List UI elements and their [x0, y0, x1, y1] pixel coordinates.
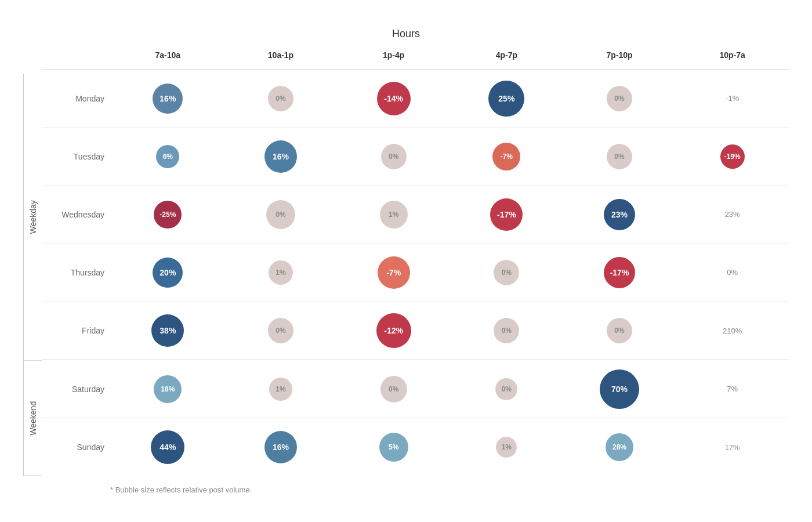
table-row: Monday16%0%-14%25%0%-1%	[42, 70, 789, 128]
data-cell: 0%	[676, 263, 789, 281]
cell-value: -1%	[726, 94, 739, 103]
bubble: 0%	[607, 86, 632, 111]
bubble: 5%	[379, 433, 408, 462]
day-label-saturday: Saturday	[42, 385, 111, 394]
cell-value: 17%	[725, 443, 740, 452]
day-label-wednesday: Wednesday	[42, 210, 111, 219]
cell-value: 210%	[723, 327, 742, 335]
data-cell: 210%	[676, 322, 789, 340]
data-cell: 0%	[450, 374, 563, 405]
bubble: 0%	[381, 144, 407, 169]
bubble: 70%	[600, 369, 639, 409]
bubble: -25%	[154, 201, 182, 229]
col-header-1: 10a-1p	[224, 46, 338, 64]
bubble: -14%	[377, 82, 411, 115]
main-grid: 7a-10a 10a-1p 1p-4p 4p-7p 7p-10p 10p-7a …	[42, 46, 789, 476]
table-row: Sunday44%16%5%1%28%17%	[42, 418, 789, 476]
data-cell: 0%	[450, 313, 563, 348]
data-cell: -1%	[676, 89, 789, 107]
bubble: 0%	[607, 144, 632, 169]
bubble: 1%	[380, 201, 408, 229]
bubble: 38%	[151, 314, 184, 347]
day-label-monday: Monday	[42, 94, 111, 103]
bubble: 0%	[268, 86, 293, 111]
col-header-3: 4p-7p	[450, 46, 563, 64]
data-cell: 1%	[224, 256, 338, 289]
day-label-tuesday: Tuesday	[42, 152, 111, 161]
data-cell: 23%	[676, 205, 789, 223]
table-row: Thursday20%1%-7%0%-17%0%	[42, 244, 789, 302]
data-cell: -19%	[676, 140, 789, 173]
data-cell: 38%	[111, 310, 224, 351]
bubble: 1%	[269, 260, 293, 285]
table-row: Wednesday-25%0%1%-17%23%23%	[42, 186, 789, 244]
bubble: 18%	[154, 375, 182, 403]
data-cell: 0%	[450, 255, 563, 290]
data-cell: 0%	[224, 81, 338, 116]
weekend-group-label: Weekend	[23, 361, 42, 476]
row-label-column: Weekday Weekend	[23, 46, 42, 476]
footnote: * Bubble size reflects relative post vol…	[23, 485, 789, 494]
bubble: -17%	[604, 257, 635, 288]
data-rows: Monday16%0%-14%25%0%-1%Tuesday6%16%0%-7%…	[42, 70, 789, 476]
bubble: 44%	[151, 430, 184, 464]
data-cell: 17%	[676, 438, 789, 456]
table-row: Friday38%0%-12%0%0%210%	[42, 302, 789, 360]
col-header-0: 7a-10a	[111, 46, 224, 64]
data-cell: 1%	[224, 373, 338, 405]
data-cell: -17%	[450, 194, 563, 235]
bubble: -7%	[378, 256, 410, 289]
bubble: 0%	[494, 318, 519, 343]
bubble: -19%	[720, 144, 745, 169]
data-cell: -17%	[563, 252, 676, 293]
table-row: Tuesday6%16%0%-7%0%-19%	[42, 128, 789, 186]
data-cell: 25%	[450, 76, 563, 121]
data-cell: 18%	[111, 371, 224, 408]
bubble: 1%	[269, 378, 292, 401]
chart-wrapper: Hours Weekday Weekend 7a-10a 10a-1p 1p-4…	[17, 16, 795, 506]
data-cell: -7%	[337, 252, 450, 293]
bubble: 0%	[266, 200, 295, 229]
data-cell: 70%	[563, 365, 676, 414]
col-header-4: 7p-10p	[563, 46, 676, 64]
weekend-section: Saturday18%1%0%0%70%7%Sunday44%16%5%1%28…	[42, 360, 789, 476]
data-cell: -12%	[337, 309, 450, 353]
col-header-2: 1p-4p	[337, 46, 450, 64]
bubble: -12%	[376, 313, 411, 348]
data-cell: 0%	[563, 81, 676, 116]
bubble: 1%	[496, 437, 517, 458]
bubble: 20%	[153, 258, 183, 288]
bubble: 0%	[268, 318, 293, 343]
data-cell: -7%	[450, 138, 563, 175]
data-cell: 16%	[224, 426, 338, 468]
bubble: 0%	[495, 378, 517, 400]
data-cell: 5%	[337, 428, 450, 466]
data-cell: 7%	[676, 380, 789, 398]
table-row: Saturday18%1%0%0%70%7%	[42, 360, 789, 418]
day-label-friday: Friday	[42, 326, 111, 335]
bubble: 16%	[153, 84, 183, 114]
data-cell: 0%	[224, 313, 338, 348]
bubble: 28%	[606, 433, 633, 461]
chart-title: Hours	[23, 28, 789, 40]
bubble: 0%	[494, 260, 519, 285]
cell-value: 23%	[725, 210, 740, 219]
data-cell: 6%	[111, 140, 224, 173]
bubble: -17%	[490, 198, 523, 231]
data-cell: 1%	[337, 196, 450, 233]
bubble: 0%	[380, 376, 407, 403]
weekday-group-label: Weekday	[23, 74, 42, 361]
cell-value: 7%	[727, 385, 738, 393]
data-cell: -14%	[337, 77, 450, 120]
data-cell: 0%	[337, 371, 450, 407]
day-label-sunday: Sunday	[42, 443, 111, 452]
column-header-row: 7a-10a 10a-1p 1p-4p 4p-7p 7p-10p 10p-7a	[42, 46, 789, 70]
bubble: 23%	[604, 199, 635, 230]
data-cell: 0%	[563, 139, 676, 174]
data-cell: 16%	[111, 79, 224, 118]
data-cell: -25%	[111, 196, 224, 233]
data-cell: 28%	[563, 429, 676, 466]
data-cell: 16%	[224, 136, 338, 177]
bubble: 25%	[488, 81, 524, 117]
col-header-5: 10p-7a	[676, 46, 789, 64]
